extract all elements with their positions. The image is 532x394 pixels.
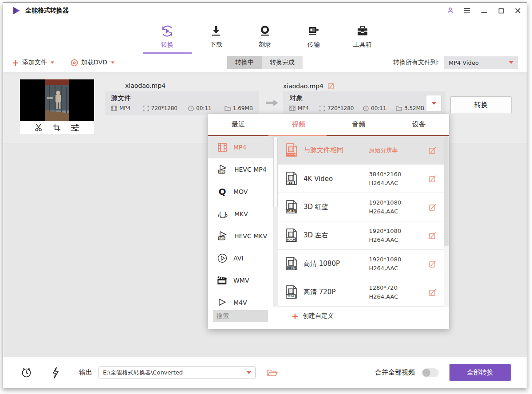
load-dvd-label: 加载DVD — [81, 59, 107, 67]
preset-specs: 1280*720H264,AAC — [369, 284, 429, 301]
preset-edit-icon[interactable] — [429, 146, 437, 154]
preset-list-scrollbar[interactable] — [444, 136, 449, 307]
preset-row-720p[interactable]: 720P 高清 720P 1280*720H264,AAC — [278, 278, 444, 307]
open-folder-icon[interactable] — [267, 368, 278, 377]
format-item-wmv[interactable]: WMV — [208, 269, 273, 292]
nav-tab-toolbox[interactable]: 工具箱 — [345, 19, 380, 53]
format-item-m4v[interactable]: M4V — [208, 292, 273, 307]
main-nav: 转换 下载 刻录 传输 — [3, 19, 527, 53]
tab-finished[interactable]: 转换完成 — [262, 56, 303, 69]
status-tabs: 转换中 转换完成 — [227, 56, 303, 69]
trim-scissors-icon[interactable] — [35, 123, 43, 132]
preset-row-1080p[interactable]: 1080P 高清 1080P 1920*1080H264,AAC — [278, 250, 444, 278]
nav-label-download: 下载 — [210, 41, 222, 49]
convert-file-button[interactable]: 转换 — [450, 96, 512, 113]
thumbnail-image — [20, 79, 94, 121]
svg-text:3D RB: 3D RB — [287, 210, 296, 213]
create-custom-button[interactable]: + 创建自定义 — [292, 312, 334, 320]
output-path-caret-icon — [247, 371, 251, 374]
preset-row-3d-lr[interactable]: 3D LR 3D 左右 1920*1080H264,AAC — [278, 221, 444, 250]
panel-tab-recent[interactable]: 最近 — [208, 114, 268, 135]
nav-label-convert: 转换 — [161, 41, 173, 49]
preset-row-source[interactable]: source 与源文件相同 原始分辨率 — [278, 136, 444, 165]
target-filename: xiaodao.mp4 — [283, 82, 335, 90]
panel-tab-device[interactable]: 设备 — [389, 114, 449, 135]
merge-toggle[interactable] — [422, 368, 439, 377]
schedule-alarm-icon[interactable] — [21, 367, 32, 378]
nav-tab-download[interactable]: 下载 — [199, 19, 233, 53]
format-item-avi[interactable]: AVI — [208, 247, 273, 269]
clock-icon — [188, 106, 194, 111]
format-picker-panel: 最近 视频 音频 设备 MP4 — [208, 114, 449, 329]
convert-all-to-select[interactable]: MP4 Video — [444, 56, 518, 69]
effects-sliders-icon[interactable] — [71, 124, 79, 132]
add-files-label: 添加文件 — [22, 59, 47, 67]
folder-small-icon — [396, 106, 402, 111]
close-button[interactable] — [513, 6, 522, 15]
menu-icon[interactable] — [463, 6, 472, 15]
format-search-input[interactable] — [213, 310, 268, 322]
divider — [42, 366, 42, 379]
video-thumbnail[interactable] — [20, 79, 94, 134]
panel-tab-video[interactable]: 视频 — [268, 114, 329, 135]
app-logo-icon — [12, 6, 21, 15]
preset-row-3d-rb[interactable]: 3D RB 3D 红蓝 1920*1080H264,AAC — [278, 193, 444, 221]
preset-file-icon: source — [285, 143, 298, 158]
burn-disc-icon — [258, 24, 272, 38]
panel-tab-audio[interactable]: 音频 — [329, 114, 389, 135]
app-window: 全能格式转换器 — [3, 2, 527, 388]
content-area: xiaodao.mp4 源文件 MP4 720*1280 00:11 — [3, 72, 527, 357]
source-info-title: 源文件 — [111, 94, 253, 102]
format-list-scrollbar[interactable] — [273, 136, 278, 307]
output-path-select[interactable]: E:\全能格式转换器\Converted — [99, 366, 256, 378]
preset-file-icon: 720P — [285, 285, 298, 300]
preset-specs: 原始分辨率 — [369, 146, 429, 155]
format-item-hevc-mp4[interactable]: HEVC HEVC MP4 — [208, 158, 273, 181]
matroska-icon: { } — [217, 209, 229, 219]
preset-name: 3D 红蓝 — [303, 203, 369, 211]
tab-converting[interactable]: 转换中 — [227, 56, 262, 69]
convert-all-button[interactable]: 全部转换 — [449, 364, 511, 381]
nav-label-burn: 刻录 — [259, 41, 271, 49]
nav-tab-burn[interactable]: 刻录 — [248, 19, 282, 53]
preset-edit-icon[interactable] — [429, 260, 437, 268]
target-duration: 00:11 — [363, 105, 396, 111]
dvd-icon — [71, 59, 78, 67]
minimize-button[interactable] — [480, 6, 489, 15]
target-size: 3.52MB — [396, 105, 424, 111]
preset-edit-icon[interactable] — [429, 175, 437, 183]
maximize-button[interactable] — [497, 6, 505, 15]
source-size: 1.69MB — [225, 105, 253, 111]
target-format-dropdown-button[interactable] — [426, 95, 441, 111]
preset-edit-icon[interactable] — [429, 203, 437, 211]
load-dvd-button[interactable]: 加载DVD — [71, 59, 115, 67]
load-dvd-caret-icon — [111, 61, 115, 63]
nav-label-toolbox: 工具箱 — [353, 41, 372, 49]
resolution-icon — [143, 106, 149, 111]
convert-all-to-value: MP4 Video — [449, 59, 479, 66]
crop-icon[interactable] — [53, 124, 61, 132]
quicktime-q-icon: Q — [217, 186, 228, 197]
svg-text:3D LR: 3D LR — [287, 238, 296, 241]
account-icon[interactable] — [446, 6, 455, 15]
format-item-mp4[interactable]: MP4 — [208, 136, 273, 158]
format-item-mov[interactable]: Q MOV — [208, 181, 273, 203]
rename-edit-icon[interactable] — [327, 82, 335, 90]
plus-icon: + — [12, 59, 19, 67]
format-item-hevc-mkv[interactable]: HEVC HEVC MKV — [208, 225, 273, 247]
preset-edit-icon[interactable] — [429, 288, 437, 296]
preset-file-icon: 3D LR — [285, 228, 298, 243]
preset-specs: 1920*1080H264,AAC — [369, 255, 429, 273]
preset-file-icon: 3D RB — [285, 200, 298, 215]
format-list: MP4 HEVC HEVC MP4 Q MOV — [208, 136, 273, 307]
preset-edit-icon[interactable] — [429, 232, 437, 240]
nav-tab-convert[interactable]: 转换 — [150, 19, 185, 53]
nav-tab-transfer[interactable]: 传输 — [296, 19, 331, 53]
svg-text:HEVC: HEVC — [218, 237, 225, 240]
app-title: 全能格式转换器 — [25, 7, 69, 15]
add-files-button[interactable]: + 添加文件 — [12, 59, 55, 67]
high-speed-icon[interactable] — [52, 367, 59, 378]
preset-row-4k[interactable]: 4K 4K Video 3840*2160H264,AAC — [278, 165, 444, 193]
preset-specs: 1920*1080H264,AAC — [369, 198, 429, 216]
format-item-mkv[interactable]: { } MKV — [208, 203, 273, 225]
